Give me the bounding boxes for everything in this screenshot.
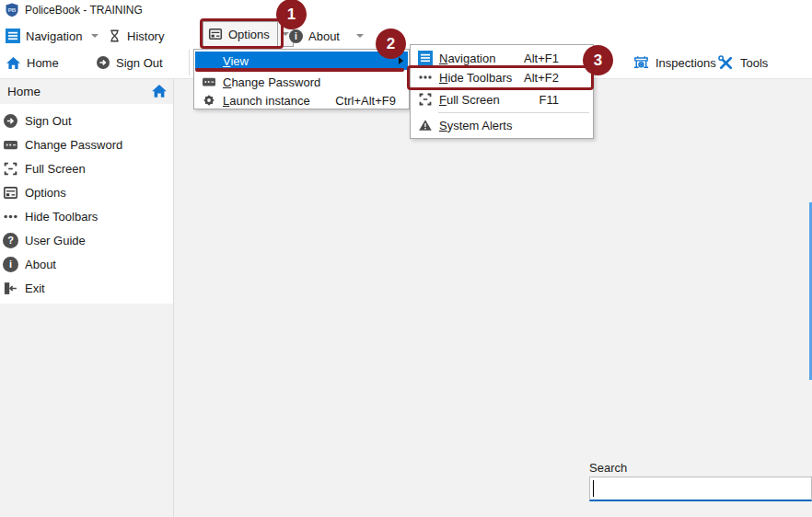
hourglass-icon: [108, 29, 122, 43]
sidebar-header-title: Home: [7, 85, 41, 98]
sidebar-lower-area: [0, 304, 173, 517]
home-icon: [6, 55, 21, 71]
menu-shortcut: Alt+F1: [524, 52, 592, 65]
app-shield-icon: PB: [5, 3, 19, 17]
crossed-tools-icon: [717, 54, 735, 72]
inspections-label: Inspections: [655, 56, 716, 70]
menu-shortcut: Ctrl+Alt+F9: [335, 94, 408, 108]
annotation-badge-1: 1: [276, 0, 307, 29]
menu-item-change-password[interactable]: Change Password: [195, 73, 408, 91]
submenu-item-full-screen[interactable]: Full Screen F11: [412, 90, 592, 109]
menu-item-launch-instance[interactable]: Launch instance Ctrl+Alt+F9: [195, 91, 408, 109]
window-title: PoliceBook - TRAINING: [25, 4, 143, 17]
toolbar-separator: [189, 50, 190, 75]
arrow-circle-icon: [3, 113, 18, 129]
about-label: About: [308, 29, 340, 43]
sidebar-item-label: Exit: [25, 281, 45, 295]
sidebar-item-label: Hide Toolbars: [25, 210, 98, 224]
info-circle-icon: i: [289, 29, 303, 43]
sidebar-item-label: Change Password: [25, 138, 122, 152]
search-input[interactable]: [589, 477, 812, 501]
submenu-arrow-icon: [399, 57, 403, 64]
home-label: Home: [27, 56, 59, 70]
annotation-underline-view: [195, 68, 404, 72]
sidebar-item-label: Sign Out: [25, 114, 72, 128]
fullscreen-icon: [418, 92, 433, 107]
menu-item-label: Change Password: [223, 75, 408, 89]
annotation-badge-2: 2: [376, 29, 406, 59]
inspection-machine-icon: [632, 54, 650, 72]
sidebar-item-sign-out[interactable]: Sign Out: [0, 109, 173, 132]
history-label: History: [127, 29, 164, 43]
text-cursor: [593, 480, 594, 497]
sidebar-item-full-screen[interactable]: Full Screen: [0, 156, 173, 180]
home-icon[interactable]: [151, 83, 168, 99]
gear-icon: [202, 93, 216, 108]
password-icon: [3, 137, 18, 153]
submenu-item-navigation[interactable]: Navigation Alt+F1: [412, 49, 592, 67]
dots-icon: [3, 209, 18, 224]
title-bar: PB PoliceBook - TRAINING: [0, 0, 812, 20]
history-button[interactable]: History: [104, 24, 168, 48]
exit-icon: [3, 281, 18, 296]
view-submenu: Navigation Alt+F1 Hide Toolbars Alt+F2 F…: [410, 44, 594, 139]
sidebar-header: Home: [0, 79, 173, 104]
sidebar-item-about[interactable]: i About: [0, 252, 173, 276]
sidebar: Sign Out Change Password Full Screen Opt…: [0, 104, 173, 304]
home-button[interactable]: Home: [2, 51, 63, 75]
question-icon: ?: [3, 233, 18, 248]
sidebar-item-exit[interactable]: Exit: [0, 276, 173, 300]
inspections-button[interactable]: Inspections: [629, 51, 720, 75]
tools-label: Tools: [740, 56, 768, 70]
fullscreen-icon: [3, 161, 18, 177]
menu-item-label: View: [223, 54, 408, 68]
menu-separator: [438, 112, 589, 113]
password-icon: [202, 75, 216, 89]
sidebar-item-hide-toolbars[interactable]: Hide Toolbars: [0, 204, 173, 228]
menu-shortcut: F11: [539, 93, 592, 107]
sign-out-label: Sign Out: [116, 56, 163, 70]
navigation-label: Navigation: [26, 29, 82, 43]
warning-triangle-icon: [418, 118, 433, 132]
tools-button[interactable]: Tools: [713, 51, 771, 75]
sidebar-item-label: Options: [25, 186, 66, 200]
annotation-box-options: [200, 18, 284, 49]
sidebar-item-user-guide[interactable]: ? User Guide: [0, 228, 173, 252]
main-content-area: [174, 79, 812, 517]
chevron-down-icon: [356, 34, 364, 38]
arrow-circle-icon: [96, 55, 110, 70]
sidebar-item-label: About: [25, 258, 56, 271]
sidebar-item-options[interactable]: Options: [0, 180, 173, 204]
sidebar-item-change-password[interactable]: Change Password: [0, 132, 173, 156]
sidebar-item-label: User Guide: [25, 234, 86, 247]
options-menu: View Change Password Launch instance Ctr…: [193, 49, 410, 109]
form-window-icon: [3, 185, 18, 201]
hamburger-icon: [6, 29, 20, 43]
sign-out-button[interactable]: Sign Out: [92, 51, 167, 75]
info-icon: i: [3, 257, 18, 272]
navigation-button[interactable]: Navigation: [2, 24, 102, 48]
menu-item-view[interactable]: View: [195, 52, 408, 70]
sidebar-item-label: Full Screen: [25, 162, 86, 176]
svg-text:PB: PB: [8, 6, 17, 13]
search-label: Search: [589, 461, 627, 475]
menu-item-label: Launch instance: [223, 94, 335, 108]
chevron-down-icon: [91, 34, 99, 38]
annotation-badge-3: 3: [583, 45, 613, 75]
submenu-item-system-alerts[interactable]: System Alerts: [412, 116, 592, 134]
menu-item-label: Full Screen: [439, 93, 539, 107]
annotation-box-hide-toolbars: [407, 65, 594, 90]
menu-item-label: Navigation: [439, 52, 524, 65]
menu-item-label: System Alerts: [439, 119, 592, 132]
hamburger-icon: [418, 51, 433, 65]
